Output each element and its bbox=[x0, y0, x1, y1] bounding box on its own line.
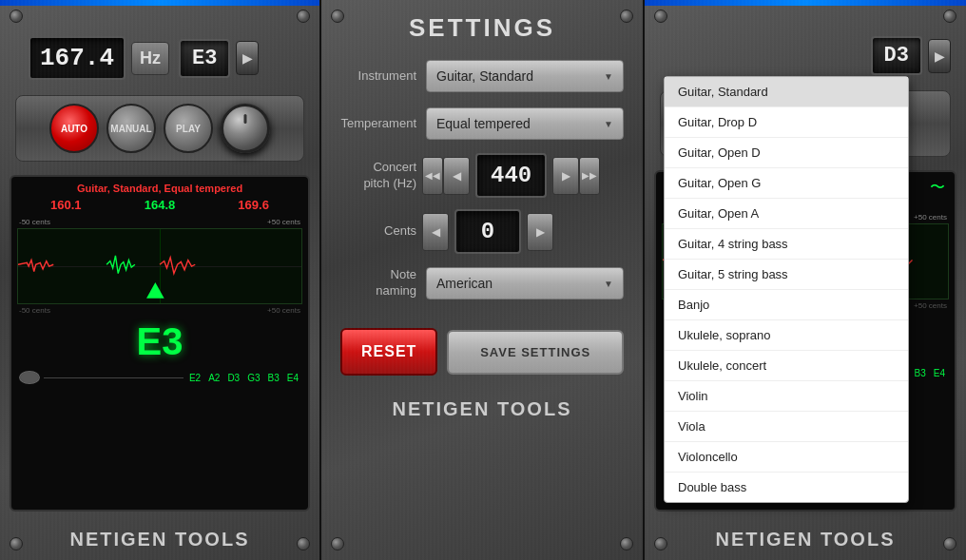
top-bar-left bbox=[0, 0, 319, 6]
screw-br-r bbox=[943, 537, 956, 550]
cents-row: Cents ◀ 0 ▶ bbox=[321, 203, 643, 260]
screw-bl-c bbox=[331, 537, 344, 550]
dropdown-item-8[interactable]: Ukulele, soprano bbox=[665, 320, 908, 351]
concert-left[interactable]: ◀ bbox=[443, 157, 470, 195]
bottom-label-center: NETIGEN TOOLS bbox=[321, 389, 643, 430]
dropdown-item-3[interactable]: Guitar, Open G bbox=[665, 168, 908, 199]
concert-arrows-right: ▶ ▶▶ bbox=[552, 157, 600, 195]
string-b3-r: B3 bbox=[913, 368, 928, 378]
waveform-svg bbox=[18, 229, 301, 300]
instrument-value: Guitar, Standard bbox=[436, 68, 533, 84]
note-naming-dropdown-arrow: ▼ bbox=[604, 279, 613, 289]
temperament-value: Equal tempered bbox=[436, 116, 531, 131]
cents-value: 0 bbox=[454, 209, 521, 254]
screw-tr-r bbox=[943, 10, 956, 23]
center-panel: SETTINGS Instrument Guitar, Standard ▼ T… bbox=[321, 0, 645, 560]
action-row: RESET SAVE SETTINGS bbox=[321, 315, 643, 389]
tuner-graph-left bbox=[17, 228, 302, 304]
note-arrow-right[interactable]: ▶ bbox=[236, 41, 259, 75]
string-e4-r: E4 bbox=[932, 368, 947, 378]
concert-label: Concert pitch (Hz) bbox=[340, 160, 416, 192]
instrument-dropdown-arrow: ▼ bbox=[604, 71, 613, 82]
right-top-row: D3 ▶ bbox=[683, 36, 951, 75]
dropdown-item-0[interactable]: Guitar, Standard bbox=[665, 77, 908, 107]
note-naming-row: Note naming American ▼ bbox=[321, 260, 643, 307]
instrument-dropdown: Guitar, Standard Guitar, Drop D Guitar, … bbox=[664, 76, 909, 503]
string-g3: G3 bbox=[245, 373, 261, 383]
concert-left-sm[interactable]: ◀◀ bbox=[422, 157, 443, 195]
screw-tl-r bbox=[654, 10, 667, 23]
concert-right[interactable]: ▶ bbox=[552, 157, 579, 195]
divider bbox=[44, 377, 184, 378]
tuner-display-left: Guitar, Standard, Equal tempered 160.1 1… bbox=[10, 175, 310, 512]
instrument-select[interactable]: Guitar, Standard ▼ bbox=[426, 60, 624, 92]
cents-label: Cents bbox=[340, 223, 416, 240]
concert-arrows-left: ◀◀ ◀ bbox=[422, 157, 470, 195]
temperament-row: Temperament Equal tempered ▼ bbox=[321, 100, 643, 147]
play-button[interactable]: PLAY bbox=[164, 104, 213, 153]
top-bar-right bbox=[645, 0, 966, 6]
note-display-left: E3 bbox=[179, 39, 230, 78]
manual-button[interactable]: MANUAL bbox=[106, 104, 156, 153]
freq-markers: 160.1 164.8 169.6 bbox=[11, 194, 308, 216]
big-note-left: E3 bbox=[11, 317, 308, 367]
cent-labels-bottom: -50 cents +50 cents bbox=[11, 304, 308, 317]
string-e4: E4 bbox=[285, 373, 300, 383]
screw-tr-c bbox=[620, 10, 633, 23]
settings-title: SETTINGS bbox=[321, 0, 643, 52]
screw-br-c bbox=[620, 537, 633, 550]
freq-mid: 164.8 bbox=[145, 198, 176, 212]
string-d3: D3 bbox=[225, 373, 242, 383]
guitar-icon-left bbox=[19, 371, 40, 384]
bottom-label-right: NETIGEN TOOLS bbox=[645, 519, 966, 560]
screw-br bbox=[297, 537, 310, 550]
freq-high: 169.6 bbox=[238, 198, 269, 212]
dropdown-item-13[interactable]: Double bass bbox=[665, 473, 908, 502]
volume-knob[interactable] bbox=[221, 104, 270, 153]
left-panel: 167.4 Hz E3 ▶ AUTO MANUAL PLAY Guitar, S… bbox=[0, 0, 321, 560]
temperament-label: Temperament bbox=[340, 116, 416, 132]
cents-right[interactable]: ▶ bbox=[527, 213, 553, 251]
squiggle-icon: 〜 bbox=[930, 178, 945, 198]
dropdown-item-6[interactable]: Guitar, 5 string bass bbox=[665, 260, 908, 290]
cents-left[interactable]: ◀ bbox=[422, 213, 449, 251]
note-arrow-right-r[interactable]: ▶ bbox=[928, 39, 951, 73]
note-naming-select[interactable]: American ▼ bbox=[426, 267, 624, 299]
dropdown-item-7[interactable]: Banjo bbox=[665, 290, 908, 320]
tuner-label-left: Guitar, Standard, Equal tempered bbox=[11, 177, 308, 194]
dropdown-item-10[interactable]: Violin bbox=[665, 381, 908, 412]
svg-marker-0 bbox=[146, 282, 164, 299]
concert-value: 440 bbox=[475, 153, 547, 198]
concert-right-sm[interactable]: ▶▶ bbox=[579, 157, 600, 195]
note-naming-label: Note naming bbox=[340, 267, 416, 299]
save-button[interactable]: SAVE SETTINGS bbox=[447, 330, 624, 375]
dropdown-item-5[interactable]: Guitar, 4 string bass bbox=[665, 229, 908, 260]
reset-button[interactable]: RESET bbox=[340, 328, 437, 376]
instrument-label: Instrument bbox=[340, 68, 416, 85]
dropdown-item-4[interactable]: Guitar, Open A bbox=[665, 199, 908, 229]
string-e2: E2 bbox=[187, 373, 203, 383]
screw-tl bbox=[10, 10, 23, 23]
dropdown-item-2[interactable]: Guitar, Open D bbox=[665, 138, 908, 168]
mode-row: AUTO MANUAL PLAY bbox=[15, 95, 304, 162]
frequency-row: 167.4 Hz E3 ▶ bbox=[29, 36, 304, 80]
auto-button[interactable]: AUTO bbox=[49, 104, 99, 153]
dropdown-item-1[interactable]: Guitar, Drop D bbox=[665, 107, 908, 138]
dropdown-item-11[interactable]: Viola bbox=[665, 412, 908, 442]
cents-arrows-left: ◀ bbox=[422, 213, 449, 251]
instrument-row: Instrument Guitar, Standard ▼ bbox=[321, 52, 643, 100]
frequency-display: 167.4 bbox=[29, 36, 126, 80]
note-naming-value: American bbox=[436, 276, 493, 291]
cents-arrows-right: ▶ bbox=[527, 213, 553, 251]
dropdown-item-12[interactable]: Violoncello bbox=[665, 442, 908, 473]
cent-labels-top: -50 cents +50 cents bbox=[11, 216, 308, 228]
bottom-label-left: NETIGEN TOOLS bbox=[0, 519, 319, 560]
freq-low: 160.1 bbox=[50, 198, 82, 212]
dropdown-item-9[interactable]: Ukulele, concert bbox=[665, 351, 908, 381]
screw-tr bbox=[297, 10, 310, 23]
screw-bl bbox=[10, 537, 23, 550]
string-b3: B3 bbox=[266, 373, 281, 383]
temperament-select[interactable]: Equal tempered ▼ bbox=[426, 107, 624, 140]
right-panel: Guitar, Standard Guitar, Drop D Guitar, … bbox=[645, 0, 966, 560]
screw-tl-c bbox=[331, 10, 344, 23]
